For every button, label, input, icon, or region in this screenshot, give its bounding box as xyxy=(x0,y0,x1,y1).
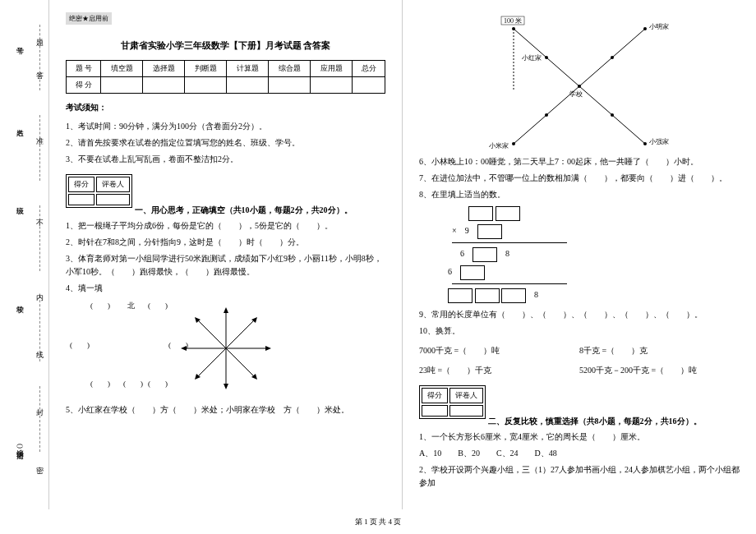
th: 应用题 xyxy=(311,61,353,77)
compass-blank: ( ) xyxy=(123,379,143,389)
map-diagram: 100 米 小明家 小红家 学校 小米家 小强家 xyxy=(464,12,694,152)
map-label: 小红家 xyxy=(522,54,542,62)
compass-diagram: ( ) 北 ( ) ( ) ( ) ( ) ( ) ( ) xyxy=(66,303,385,395)
digit-box[interactable] xyxy=(496,206,520,221)
th: 总分 xyxy=(353,61,385,77)
q6: 6、小林晚上10：00睡觉，第二天早上7：00起床，他一共睡了（ ）小时。 xyxy=(419,155,740,168)
score-label: 得分 xyxy=(422,388,448,403)
notice-item: 2、请首先按要求在试卷的指定位置填写您的姓名、班级、学号。 xyxy=(66,136,385,150)
left-column: 绝密★启用前 甘肃省实验小学三年级数学【下册】月考试题 含答案 题 号 填空题 … xyxy=(49,0,403,509)
notice-title: 考试须知： xyxy=(66,102,385,113)
svg-point-18 xyxy=(611,56,614,59)
dash-line xyxy=(39,115,40,181)
q2: 2、时针在7和8之间，分针指向9，这时是（ ）时（ ）分。 xyxy=(66,236,385,249)
q10a: 7000千克 =（ ）吨 xyxy=(419,344,579,357)
q4: 4、填一填 xyxy=(66,282,385,295)
grader-label: 评卷人 xyxy=(449,388,483,403)
grader-label: 评卷人 xyxy=(96,177,130,192)
q1: 1、把一根绳子平均分成6份，每份是它的（ ），5份是它的（ ）。 xyxy=(66,219,385,232)
svg-point-19 xyxy=(578,85,581,88)
digit: 8 xyxy=(505,249,509,258)
td-blank[interactable] xyxy=(353,77,385,94)
svg-point-22 xyxy=(512,142,515,145)
th: 选择题 xyxy=(143,61,185,77)
dash-line xyxy=(39,386,40,452)
digit-box[interactable] xyxy=(477,224,502,239)
map-scale: 100 米 xyxy=(504,17,522,25)
svg-marker-5 xyxy=(224,384,228,389)
td-blank[interactable] xyxy=(311,77,353,94)
compass-blank: ( ) xyxy=(70,340,90,351)
digit-box[interactable] xyxy=(475,288,500,303)
digit-box[interactable] xyxy=(472,247,497,262)
q10: 10、换算。 xyxy=(419,325,740,338)
digit-box[interactable] xyxy=(448,288,472,303)
digit: 8 xyxy=(534,290,538,299)
dash-line xyxy=(39,296,40,361)
right-column: 100 米 小明家 小红家 学校 小米家 小强家 6、小林晚上10：00睡觉，第… xyxy=(403,0,756,509)
grader-box: 得分评卷人 xyxy=(66,174,132,208)
compass-blank: ( ) xyxy=(168,340,188,351)
compass-blank: ( ) xyxy=(90,301,110,311)
s2q1-opts: A、10 B、20 C、24 D、48 xyxy=(419,447,740,460)
digit-box[interactable] xyxy=(468,206,493,221)
svg-point-21 xyxy=(611,113,614,117)
q7: 7、在进位加法中，不管哪一位上的数相加满（ ），都要向（ ）进（ ）。 xyxy=(419,172,740,185)
td-blank[interactable] xyxy=(143,77,185,94)
td: 得 分 xyxy=(67,77,101,94)
compass-north: 北 xyxy=(127,301,135,311)
compass-blank: ( ) xyxy=(148,301,168,311)
label-town: 乡镇(街道) xyxy=(15,444,25,449)
svg-marker-7 xyxy=(265,346,271,351)
svg-marker-4 xyxy=(224,307,228,313)
q8: 8、在里填上适当的数。 xyxy=(419,188,740,201)
dash-line xyxy=(39,25,40,90)
q5: 5、小红家在学校（ ）方（ ）米处；小明家在学校 方（ ）米处。 xyxy=(66,403,385,417)
q3: 3、体育老师对第一小组同学进行50米跑测试，成绩如下小红9秒，小丽11秒，小明8… xyxy=(66,252,385,279)
svg-point-16 xyxy=(643,27,647,30)
digit-box[interactable] xyxy=(501,288,526,303)
svg-point-15 xyxy=(512,27,515,30)
s2q2: 2、学校开设两个兴趣小组，三（1）27人参加书画小组，24人参加棋艺小组，两个小… xyxy=(419,463,740,490)
q10d: 5200千克－200千克 =（ ）吨 xyxy=(579,364,740,377)
score-summary-table: 题 号 填空题 选择题 判断题 计算题 综合题 应用题 总分 得 分 xyxy=(66,60,385,94)
svg-point-23 xyxy=(643,142,647,145)
notice-item: 3、不要在试卷上乱写乱画，卷面不整洁扣2分。 xyxy=(66,153,385,166)
th: 填空题 xyxy=(101,61,143,77)
td-blank[interactable] xyxy=(269,77,311,94)
map-label: 学校 xyxy=(569,90,583,98)
digit: 6 xyxy=(448,267,452,276)
q10b: 8千克 =（ ）克 xyxy=(579,344,740,357)
score-blank[interactable] xyxy=(422,405,448,417)
s2q1: 1、一个长方形长6厘米，宽4厘米，它的周长是（ ）厘米。 xyxy=(419,430,740,444)
secret-marker: 绝密★启用前 xyxy=(66,12,112,25)
map-label: 小明家 xyxy=(649,23,669,30)
page-footer: 第 1 页 共 4 页 xyxy=(0,517,756,527)
q9: 9、常用的长度单位有（ ）、（ ）、（ ）、（ ）、（ ）。 xyxy=(419,308,740,321)
grader-blank[interactable] xyxy=(96,194,130,205)
th: 判断题 xyxy=(185,61,227,77)
exam-title: 甘肃省实验小学三年级数学【下册】月考试题 含答案 xyxy=(66,39,385,52)
score-blank[interactable] xyxy=(68,194,94,205)
compass-blank: ( ) xyxy=(148,379,168,389)
section1-header: 一、用心思考，正确填空（共10小题，每题2分，共20分）。 xyxy=(135,205,353,214)
map-label: 小米家 xyxy=(489,142,509,150)
score-label: 得分 xyxy=(68,177,94,192)
th: 题 号 xyxy=(67,61,101,77)
notice-item: 1、考试时间：90分钟，满分为100分（含卷面分2分）。 xyxy=(66,120,385,133)
svg-point-20 xyxy=(545,113,548,117)
td-blank[interactable] xyxy=(185,77,227,94)
td-blank[interactable] xyxy=(227,77,269,94)
grader-box: 得分评卷人 xyxy=(419,385,486,419)
td-blank[interactable] xyxy=(101,77,143,94)
digit: 9 xyxy=(465,226,469,235)
grader-blank[interactable] xyxy=(449,405,483,417)
th: 计算题 xyxy=(227,61,269,77)
map-label: 小强家 xyxy=(649,138,669,145)
digit-box[interactable] xyxy=(460,265,485,280)
binding-margin: 学号 姓名 班级 学校 乡镇(街道) 题 答 准 不 内 线 封 密 xyxy=(0,0,49,509)
digit: 6 xyxy=(460,249,464,258)
dash-line xyxy=(39,205,40,271)
q10c: 23吨 =（ ）千克 xyxy=(419,364,579,377)
svg-point-17 xyxy=(545,56,548,59)
